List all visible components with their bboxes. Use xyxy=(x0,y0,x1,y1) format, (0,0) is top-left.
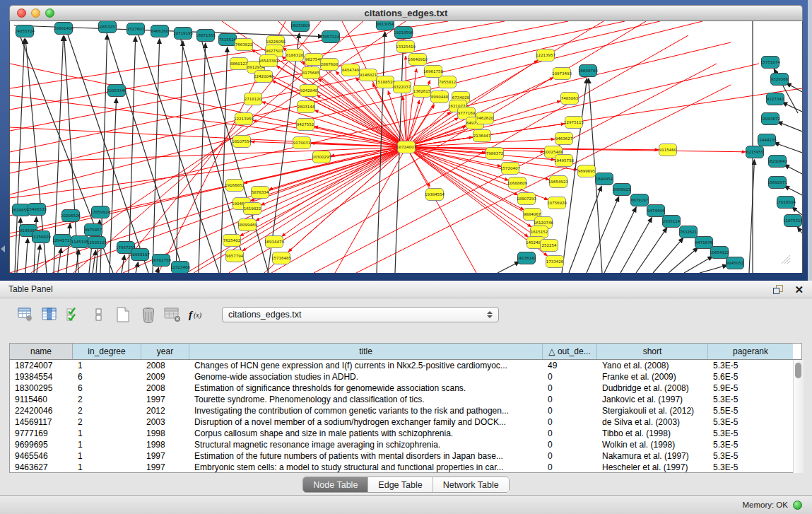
table-scrollbar-thumb[interactable] xyxy=(795,363,801,378)
cell-in_degree: 2 xyxy=(73,417,141,427)
tab-network-table[interactable]: Network Table xyxy=(433,477,509,492)
tab-edge-table[interactable]: Edge Table xyxy=(367,477,432,492)
column-header-title[interactable]: title xyxy=(189,344,543,359)
cell-year: 2012 xyxy=(141,406,189,416)
table-scrollbar[interactable] xyxy=(793,360,804,473)
delete-table-icon[interactable] xyxy=(163,305,182,325)
graph-edge xyxy=(66,223,70,273)
table-row[interactable]: 1830029562008Estimation of significance … xyxy=(10,382,793,394)
select-column-icon[interactable] xyxy=(40,305,59,325)
graph-node-label: 10654122 xyxy=(710,250,729,255)
delete-column-icon[interactable] xyxy=(139,305,158,325)
graph-node-label: 18807293 xyxy=(517,197,536,201)
graph-node-label: 9884067 xyxy=(524,212,541,216)
graph-edge xyxy=(93,250,95,273)
close-panel-icon[interactable]: ✕ xyxy=(794,284,804,295)
tab-node-table[interactable]: Node Table xyxy=(303,477,367,492)
cell-out_degree: 0 xyxy=(543,428,597,438)
graph-node-label: 2803144 xyxy=(298,105,315,109)
graph-edge xyxy=(498,262,519,273)
graph-node-label: 7515526 xyxy=(219,37,237,42)
graph-node-label: 16782759 xyxy=(151,258,171,262)
column-header-short[interactable]: short xyxy=(597,344,708,359)
network-window-titlebar[interactable]: citations_edges.txt xyxy=(9,5,803,21)
cell-in_degree: 1 xyxy=(73,428,141,438)
graph-node-label: 9777169 xyxy=(458,111,476,115)
window-resize-grip[interactable] xyxy=(779,253,791,264)
column-header-name[interactable]: name xyxy=(10,344,73,359)
table-row[interactable]: 1456911722003Disruption of a novel membe… xyxy=(10,416,793,428)
graph-node-label: 2935114 xyxy=(663,219,681,223)
graph-node-label: 2718120 xyxy=(245,97,262,101)
cell-title: Estimation of significance thresholds fo… xyxy=(189,383,543,393)
graph-node-label: 16961758 xyxy=(423,69,443,74)
cell-year: 1998 xyxy=(141,428,189,438)
cell-in_degree: 1 xyxy=(73,361,141,370)
select-all-icon[interactable] xyxy=(64,305,83,325)
cell-short: Yano et al. (2008) xyxy=(597,361,708,370)
new-table-icon[interactable] xyxy=(113,305,133,325)
column-header-year[interactable]: year xyxy=(141,344,189,359)
cell-name: 9115460 xyxy=(10,395,73,404)
graph-node-label: 18099469 xyxy=(237,223,257,227)
cell-in_degree: 1 xyxy=(73,462,141,472)
float-panel-icon[interactable] xyxy=(773,285,783,294)
table-settings-icon[interactable] xyxy=(16,305,35,325)
network-canvas[interactable]: 2405572420691406106532571527602646616010… xyxy=(9,21,803,273)
graph-node-label: 7955812 xyxy=(439,80,457,84)
graph-node-label: 16210643 xyxy=(767,159,787,163)
graph-node-label: 15188520 xyxy=(375,80,395,84)
graph-node-label: 8860123 xyxy=(230,62,248,66)
graph-node-label: 6679197 xyxy=(631,198,649,202)
cell-name: 22420046 xyxy=(10,406,73,416)
cell-short: de Silva et al. (2003) xyxy=(597,417,708,427)
svg-text:f: f xyxy=(189,309,194,320)
graph-node-label: 10653257 xyxy=(98,25,117,29)
graph-node-label: 1145195 xyxy=(71,240,89,244)
graph-node-label: 7857224 xyxy=(322,35,340,39)
cell-pagerank: 5.3E-5 xyxy=(708,417,793,427)
table-row[interactable]: 946362711997Embryonic stem cells: a mode… xyxy=(10,462,793,473)
graph-node-label: 10719195 xyxy=(173,31,193,35)
cell-short: Dudbridge et al. (2008) xyxy=(597,383,708,393)
table-row[interactable]: 977716911998Corpus callosum shape and si… xyxy=(10,428,793,439)
graph-node-label: 9463627 xyxy=(555,136,573,141)
table-select-dropdown[interactable]: citations_edges.txt xyxy=(222,307,499,322)
column-header-in_degree[interactable]: in_degree xyxy=(73,344,141,359)
graph-node-label: 6734028 xyxy=(452,95,470,100)
cell-name: 9463627 xyxy=(10,462,73,472)
column-header-out_degree[interactable]: △ out_de... xyxy=(543,344,597,359)
graph-node-label: 12323468 xyxy=(170,265,190,269)
network-window: citations_edges.txt 24055724206914061065… xyxy=(9,5,803,274)
graph-node-label: 9857794 xyxy=(226,254,244,258)
cell-in_degree: 2 xyxy=(73,395,141,404)
cell-name: 9465546 xyxy=(10,451,73,461)
graph-node-label: 12093872 xyxy=(760,117,780,121)
cell-pagerank: 5.3E-5 xyxy=(708,361,793,370)
memory-status-indicator[interactable] xyxy=(793,501,802,510)
clear-selection-icon[interactable] xyxy=(89,305,109,325)
graph-node-label: 16914479 xyxy=(264,240,284,244)
table-row[interactable]: 911546021997Tourette syndrome. Phenomeno… xyxy=(10,394,793,405)
graph-node-label: 16033809 xyxy=(290,23,310,28)
graph-node-label: 9146821 xyxy=(360,73,377,77)
graph-node-label: 9170031 xyxy=(293,141,311,145)
table-row[interactable]: 946554611997Estimation of the future num… xyxy=(10,450,793,462)
table-row[interactable]: 969969511998Structural magnetic resonanc… xyxy=(10,439,793,450)
cell-year: 1998 xyxy=(141,440,189,450)
graph-edge xyxy=(620,218,652,273)
graph-node-label: 19654923 xyxy=(548,180,568,184)
graph-node-label: 8175685 xyxy=(302,71,320,75)
graph-node-label: 10756928 xyxy=(547,201,567,205)
table-row[interactable]: 1872400712008Changes of HCN gene express… xyxy=(10,360,793,371)
graph-node-label: 7462620 xyxy=(476,116,494,120)
graph-node-label: 9474444 xyxy=(647,209,665,213)
column-header-pagerank[interactable]: pagerank xyxy=(708,344,793,359)
table-row[interactable]: 1938455462009Genome-wide association stu… xyxy=(10,371,793,382)
graph-node-label: 2867608 xyxy=(321,62,339,66)
function-builder-icon[interactable]: f(x) xyxy=(187,305,206,325)
cell-pagerank: 5.3E-5 xyxy=(708,462,793,472)
panel-collapse-arrow[interactable] xyxy=(1,245,5,252)
table-row[interactable]: 2242004622012Investigating the contribut… xyxy=(10,405,793,416)
graph-node-label: 18300295 xyxy=(312,155,331,159)
